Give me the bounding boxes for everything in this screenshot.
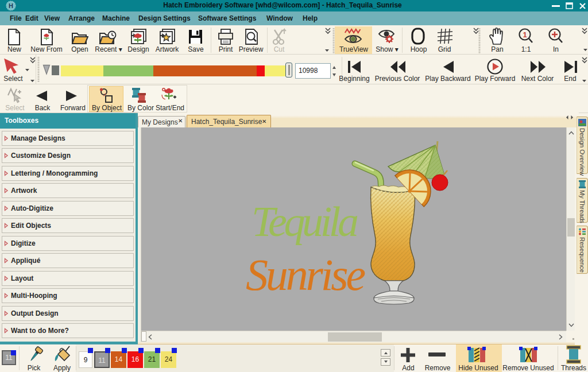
svg-text:H: H xyxy=(9,2,13,9)
svg-text:Tequila: Tequila xyxy=(252,198,359,245)
svg-text:1: 1 xyxy=(523,30,527,39)
svg-text:Sunrise: Sunrise xyxy=(246,250,366,300)
